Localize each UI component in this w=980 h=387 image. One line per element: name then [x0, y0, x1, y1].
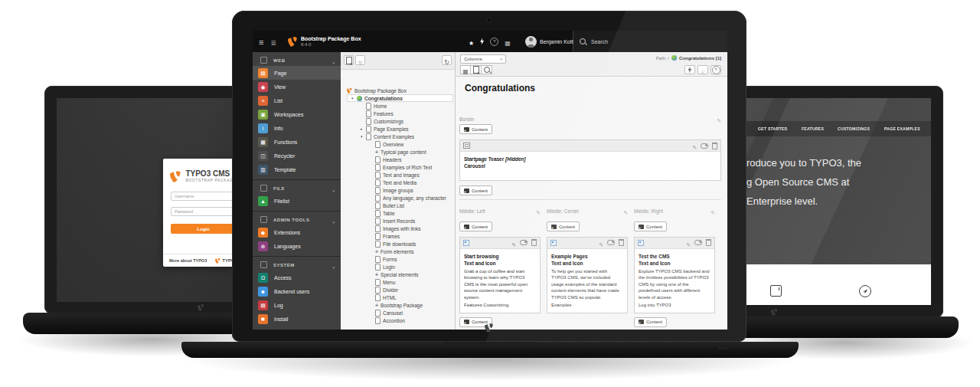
tree-item[interactable]: Bullet List [341, 202, 456, 209]
tree-item[interactable]: Overview [341, 140, 456, 148]
tree-item[interactable]: Insert Records [341, 217, 456, 225]
bookmark-icon[interactable] [469, 34, 474, 48]
module-item-languages[interactable]: ⊕Languages [253, 239, 341, 253]
help-icon[interactable]: ? [490, 38, 498, 46]
content-button[interactable]: Content [459, 185, 492, 195]
module-item-functions[interactable]: ▦Functions [253, 135, 341, 149]
tree-item[interactable]: Headers [341, 156, 456, 163]
tree-item[interactable]: Examples of Rich Text [341, 163, 456, 171]
tree-item[interactable]: Special elements [341, 271, 456, 278]
content-element-startpage-teaser[interactable]: Startpage Teaser [Hidden] Carousel [459, 139, 721, 181]
content-element-test-the-cms[interactable]: Test the CMS Text and Icon Explore TYPO3… [634, 237, 715, 313]
view-mode-button[interactable] [460, 65, 471, 74]
edit-column-icon[interactable] [623, 204, 628, 218]
module-item-view[interactable]: ◉View [253, 80, 341, 93]
module-item-extensions[interactable]: ◆Extensions [253, 225, 341, 239]
expand-icon[interactable] [361, 127, 366, 131]
clear-cache-icon[interactable] [480, 38, 484, 45]
tree-item[interactable]: Any language, any character [341, 194, 456, 202]
module-item-page[interactable]: ▤Page [253, 66, 341, 80]
collapse-icon[interactable] [361, 135, 366, 139]
module-section-system[interactable]: SYSTEM [253, 259, 341, 271]
element-type: Carousel [464, 162, 717, 169]
tree-item[interactable]: Text and Images [341, 171, 456, 179]
filter-button[interactable] [355, 55, 365, 65]
edit-column-icon[interactable] [536, 204, 541, 218]
cache-button[interactable] [684, 65, 695, 74]
module-section-admin-tools[interactable]: ADMIN TOOLS [253, 214, 341, 225]
module-item-backend-users[interactable]: ☻Backend users [253, 284, 341, 298]
tree-item[interactable]: Page Examples [341, 125, 456, 133]
user-menu[interactable]: Benjamin Kott [522, 31, 577, 52]
bookmark-button[interactable] [697, 65, 708, 74]
content-button[interactable]: Content [634, 317, 667, 327]
tree-item[interactable]: Home [341, 102, 456, 110]
module-item-install[interactable]: ✱Install [253, 312, 341, 326]
modules-grid-icon[interactable] [505, 34, 511, 48]
toolbar-list-icon[interactable] [270, 34, 276, 48]
tree-item[interactable]: Login [341, 263, 456, 271]
tree-item[interactable]: File downloads [341, 240, 456, 248]
module-section-web[interactable]: WEB [253, 54, 341, 66]
tree-item[interactable]: Image groups [341, 186, 456, 194]
username: Benjamin Kott [540, 39, 573, 44]
delete-icon[interactable] [706, 239, 711, 246]
search-input[interactable] [590, 38, 684, 45]
content-button[interactable]: Content [547, 221, 580, 231]
tree-item[interactable]: Images with links [341, 225, 456, 232]
module-item-filelist[interactable]: ▲Filelist [253, 194, 341, 208]
tree-item[interactable]: Typical page content [341, 148, 456, 156]
tree-item[interactable]: Carousel [341, 309, 456, 316]
module-item-recycler[interactable]: ◫Recycler [253, 149, 341, 162]
tree-item[interactable]: Frames [341, 232, 456, 240]
tree-item[interactable]: Forms [341, 255, 456, 263]
new-record-button[interactable] [471, 65, 482, 74]
tree-item[interactable]: Customizings [341, 117, 456, 125]
content-element-example-pages[interactable]: Example Pages Text and Icon To help get … [547, 237, 628, 313]
edit-icon[interactable] [686, 236, 691, 250]
collapse-icon[interactable] [351, 97, 357, 100]
edit-icon[interactable] [599, 236, 603, 250]
content-element-start-browsing[interactable]: Start browsing Text and Icon Grab a cup … [459, 237, 541, 313]
edit-icon[interactable] [511, 236, 516, 250]
visibility-toggle-icon[interactable] [520, 240, 528, 245]
delete-icon[interactable] [619, 239, 624, 246]
visibility-toggle-icon[interactable] [607, 240, 615, 245]
edit-icon[interactable] [692, 139, 697, 153]
docheader-left-buttons [460, 65, 492, 74]
tree-item[interactable]: Menu [341, 278, 456, 286]
module-item-list[interactable]: ≡List [253, 93, 341, 107]
tree-item[interactable]: Table [341, 209, 456, 217]
page-icon [375, 172, 381, 179]
help-button[interactable]: ? [710, 65, 721, 74]
content-button[interactable]: Content [459, 124, 492, 134]
delete-icon[interactable] [712, 143, 717, 149]
menu-collapse-icon[interactable] [259, 34, 263, 48]
edit-column-icon[interactable] [710, 204, 715, 218]
tree-item[interactable]: Bootstrap Package [341, 301, 456, 309]
tree-item[interactable]: Content Examples [341, 133, 456, 140]
tree-item[interactable]: Divider [341, 286, 456, 294]
edit-column-icon[interactable] [717, 112, 721, 126]
tree-item[interactable]: HTML [341, 294, 456, 301]
search-record-button[interactable] [482, 65, 492, 74]
tree-item[interactable]: Accordion [341, 316, 456, 324]
module-item-template[interactable]: ▥Template [253, 162, 341, 176]
content-button[interactable]: Content [459, 221, 492, 231]
tree-item[interactable]: Text and Media [341, 179, 456, 186]
module-item-access[interactable]: ΩAccess [253, 271, 341, 284]
tree-root[interactable]: Bootstrap Package Box [341, 87, 456, 94]
visibility-toggle-icon[interactable] [701, 143, 708, 149]
tree-item[interactable]: Features [341, 110, 456, 117]
tree-item-congratulations[interactable]: Congratulations [341, 94, 456, 102]
tree-item[interactable]: Form elements [341, 248, 456, 255]
module-section-file[interactable]: FILE [253, 182, 341, 194]
module-item-log[interactable]: ▤Log [253, 298, 341, 312]
module-item-workspaces[interactable]: ▣Workspaces [253, 107, 341, 121]
new-page-button[interactable] [344, 55, 354, 65]
module-item-info[interactable]: iInfo [253, 121, 341, 135]
visibility-toggle-icon[interactable] [694, 240, 702, 245]
delete-icon[interactable] [531, 239, 537, 246]
refresh-button[interactable] [442, 55, 452, 65]
content-button[interactable]: Content [634, 221, 667, 231]
